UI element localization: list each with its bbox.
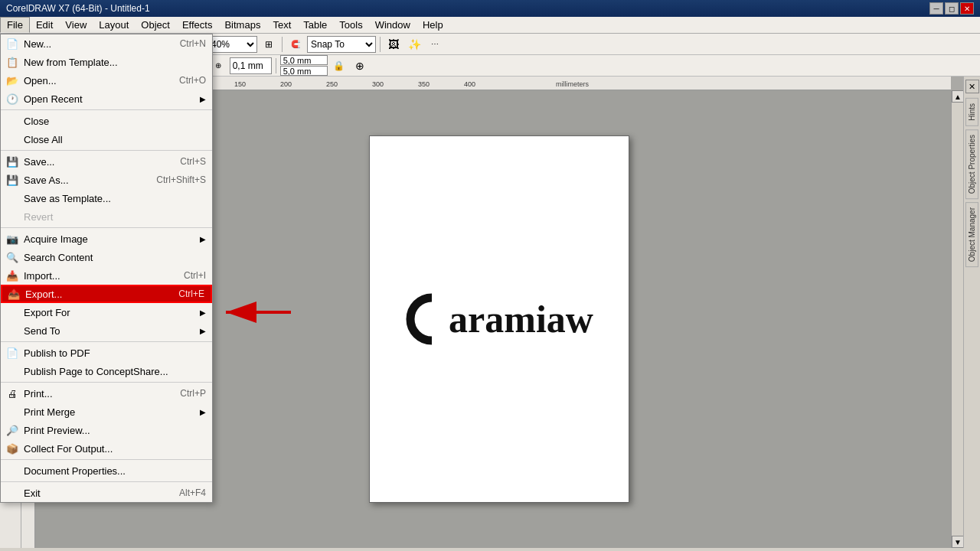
sep2 (1, 150, 212, 151)
scroll-up-btn[interactable]: ▲ (952, 90, 963, 103)
page-canvas: aramiaw (369, 135, 629, 503)
save-icon: 💾 (4, 156, 21, 168)
toolbar-snap-icon: 🧲 (286, 35, 305, 54)
zoom-select[interactable]: 40% 50% 75% 100% (207, 36, 257, 53)
sep5 (380, 37, 381, 52)
menu-object[interactable]: Object (135, 17, 176, 33)
svg-text:150: 150 (234, 80, 246, 88)
menu-effects[interactable]: Effects (176, 17, 219, 33)
coord1-input[interactable] (230, 57, 272, 74)
menu-window[interactable]: Window (369, 17, 416, 33)
app-title: CorelDRAW X7 (64-Bit) - Untitled-1 (6, 3, 150, 14)
scrollbar-vertical[interactable]: ▲ ▼ (951, 90, 963, 548)
export-icon: 📤 (5, 289, 22, 300)
menu-acquire[interactable]: 📷 Acquire Image ▶ (1, 230, 212, 248)
new-icon: 📄 (4, 38, 21, 50)
pdf-icon: 📄 (4, 347, 21, 359)
menu-close-all[interactable]: Close All (1, 130, 212, 148)
sep1 (1, 109, 212, 110)
sep3 (1, 227, 212, 228)
svg-text:200: 200 (280, 80, 292, 88)
toolbar-effects-btn[interactable]: ✨ (405, 35, 423, 54)
menu-save-template[interactable]: Save as Template... (1, 189, 212, 207)
save-as-icon: 💾 (4, 174, 21, 186)
collect-icon: 📦 (4, 443, 21, 455)
logo-c-svg (405, 292, 455, 346)
menu-export[interactable]: 📤 Export... Ctrl+E (1, 285, 212, 303)
menu-open-recent[interactable]: 🕐 Open Recent ▶ (1, 90, 212, 108)
sep4 (282, 37, 283, 52)
sep4 (1, 341, 212, 342)
menu-new[interactable]: 📄 New... Ctrl+N (1, 34, 212, 53)
menu-edit[interactable]: Edit (30, 17, 59, 33)
sep8 (276, 58, 276, 73)
open-icon: 📂 (4, 75, 21, 86)
menu-save[interactable]: 💾 Save... Ctrl+S (1, 152, 212, 171)
zoom-plus-btn[interactable]: ⊕ (351, 57, 369, 75)
print-icon: 🖨 (4, 388, 21, 399)
menu-bitmaps[interactable]: Bitmaps (218, 17, 266, 33)
toolbar-image-btn[interactable]: 🖼 (384, 35, 403, 54)
menu-send-to[interactable]: Send To ▶ (1, 321, 212, 340)
menu-search-content[interactable]: 🔍 Search Content (1, 248, 212, 266)
acquire-icon: 📷 (4, 233, 21, 245)
svg-text:millimeters: millimeters (556, 80, 590, 88)
file-dropdown-menu: 📄 New... Ctrl+N 📋 New from Template... 📂… (0, 34, 213, 503)
menu-print[interactable]: 🖨 Print... Ctrl+P (1, 384, 212, 403)
menu-export-for[interactable]: Export For ▶ (1, 303, 212, 321)
menu-collect-output[interactable]: 📦 Collect For Output... (1, 439, 212, 458)
menu-file[interactable]: File (0, 17, 30, 33)
menu-table[interactable]: Table (297, 17, 333, 33)
menu-new-from-template[interactable]: 📋 New from Template... (1, 53, 212, 71)
menu-layout[interactable]: Layout (93, 17, 135, 33)
menu-view[interactable]: View (59, 17, 93, 33)
object-properties-label[interactable]: Object Properties (965, 129, 978, 199)
print-preview-icon: 🔎 (4, 425, 21, 436)
logo-text: aramiaw (449, 297, 593, 341)
logo-container: aramiaw (405, 292, 593, 346)
import-icon: 📥 (4, 270, 21, 282)
menu-text[interactable]: Text (266, 17, 297, 33)
menu-revert: Revert (1, 207, 212, 226)
menu-tools[interactable]: Tools (333, 17, 368, 33)
hints-label[interactable]: Hints (965, 98, 978, 126)
sep7 (1, 481, 212, 482)
search-icon: 🔍 (4, 252, 21, 263)
menu-doc-props[interactable]: Document Properties... (1, 461, 212, 480)
svg-text:300: 300 (372, 80, 384, 88)
recent-icon: 🕐 (4, 93, 21, 105)
title-bar: CorelDRAW X7 (64-Bit) - Untitled-1 ─ ◻ ✕ (0, 0, 980, 17)
x-coord-input[interactable] (280, 55, 328, 65)
menu-publish-pdf[interactable]: 📄 Publish to PDF (1, 344, 212, 362)
svg-text:350: 350 (418, 80, 430, 88)
sep6 (1, 459, 212, 460)
menu-help[interactable]: Help (416, 17, 449, 33)
y-coord-input[interactable] (280, 66, 328, 76)
menu-exit[interactable]: Exit Alt+F4 (1, 484, 212, 502)
sep5 (1, 382, 212, 383)
object-manager-label[interactable]: Object Manager (965, 202, 978, 267)
close-button[interactable]: ✕ (960, 2, 974, 15)
restore-button[interactable]: ◻ (945, 2, 959, 15)
window-controls[interactable]: ─ ◻ ✕ (929, 2, 974, 15)
new-template-icon: 📋 (4, 57, 21, 68)
snap-to-select[interactable]: Snap To (307, 36, 376, 53)
lock-btn[interactable]: 🔒 (330, 57, 348, 75)
menu-publish-concept[interactable]: Publish Page to ConceptShare... (1, 362, 212, 380)
hints-panel: ✕ Hints Object Properties Object Manager (963, 77, 980, 548)
hints-close-btn[interactable]: ✕ (965, 80, 979, 93)
zoom-fit-btn[interactable]: ⊞ (260, 35, 278, 54)
minimize-button[interactable]: ─ (929, 2, 943, 15)
menu-print-preview[interactable]: 🔎 Print Preview... (1, 421, 212, 439)
scroll-down-btn[interactable]: ▼ (952, 536, 963, 548)
menu-open[interactable]: 📂 Open... Ctrl+O (1, 71, 212, 90)
xy-coords (280, 55, 328, 76)
svg-text:400: 400 (464, 80, 475, 88)
menu-import[interactable]: 📥 Import... Ctrl+I (1, 266, 212, 285)
svg-text:250: 250 (326, 80, 338, 88)
menu-bar: File Edit View Layout Object Effects Bit… (0, 17, 980, 34)
toolbar-more-btn[interactable]: ⋯ (426, 35, 444, 54)
menu-print-merge[interactable]: Print Merge ▶ (1, 403, 212, 421)
menu-close[interactable]: Close (1, 112, 212, 130)
menu-save-as[interactable]: 💾 Save As... Ctrl+Shift+S (1, 171, 212, 189)
